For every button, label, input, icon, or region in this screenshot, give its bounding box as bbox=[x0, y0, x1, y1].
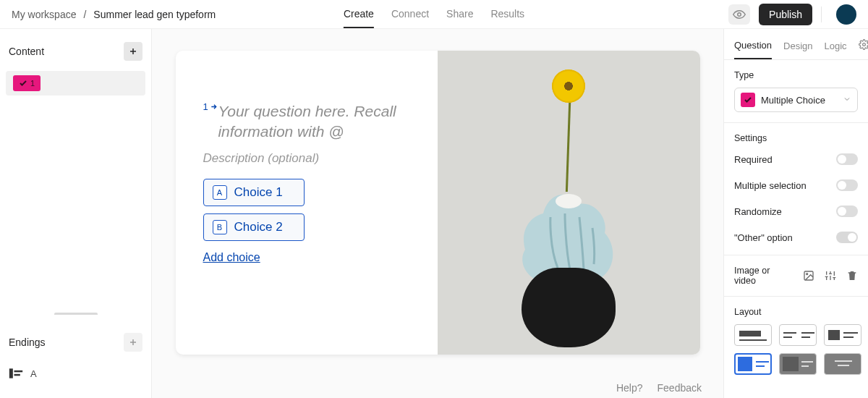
chevron-down-icon bbox=[843, 95, 851, 106]
add-choice-link[interactable]: Add choice bbox=[203, 251, 260, 264]
type-label: Type bbox=[734, 70, 858, 80]
svg-point-5 bbox=[862, 43, 865, 46]
layout-option-5[interactable] bbox=[779, 353, 817, 375]
ending-list-item[interactable]: A bbox=[0, 362, 151, 385]
question-number-indicator: 1 bbox=[203, 101, 218, 112]
tab-connect[interactable]: Connect bbox=[391, 1, 429, 28]
right-tabs: Question Design Logic bbox=[724, 29, 868, 60]
svg-point-4 bbox=[556, 194, 582, 208]
resize-handle[interactable] bbox=[54, 313, 98, 317]
layout-grid bbox=[734, 324, 858, 375]
arrow-right-icon bbox=[210, 103, 218, 111]
gear-icon bbox=[859, 39, 868, 50]
layout-label: Layout bbox=[734, 307, 858, 317]
image-icon[interactable] bbox=[803, 270, 814, 281]
top-tabs: Create Connect Share Results bbox=[344, 1, 524, 28]
toggle-randomize[interactable] bbox=[836, 206, 858, 217]
choice-input-a[interactable]: A Choice 1 bbox=[203, 179, 305, 206]
breadcrumb-project[interactable]: Summer lead gen typeform bbox=[93, 9, 216, 20]
ending-icon bbox=[9, 368, 23, 379]
choice-key: B bbox=[213, 220, 227, 234]
add-ending-button[interactable] bbox=[124, 333, 142, 352]
question-badge: 1 bbox=[13, 75, 41, 91]
toggle-multiple[interactable] bbox=[836, 179, 858, 191]
media-label: Image or video bbox=[734, 266, 793, 286]
layout-option-1[interactable] bbox=[734, 324, 772, 346]
svg-point-7 bbox=[807, 274, 808, 275]
breadcrumb-sep: / bbox=[83, 9, 86, 20]
top-right: Publish bbox=[728, 4, 856, 25]
layout-section: Layout bbox=[724, 297, 868, 385]
layout-option-3[interactable] bbox=[824, 324, 861, 346]
question-media-preview[interactable] bbox=[438, 51, 700, 355]
breadcrumb: My workspace / Summer lead gen typeform bbox=[12, 9, 216, 20]
publish-button[interactable]: Publish bbox=[759, 4, 812, 25]
plus-icon bbox=[129, 338, 137, 347]
add-question-button[interactable] bbox=[124, 42, 142, 61]
tab-design[interactable]: Design bbox=[783, 41, 812, 59]
media-section: Image or video bbox=[724, 255, 868, 297]
media-rock bbox=[522, 268, 616, 347]
avatar[interactable] bbox=[836, 4, 856, 25]
layout-option-4[interactable] bbox=[734, 353, 772, 375]
setting-other-label: "Other" option bbox=[734, 232, 793, 243]
divider bbox=[821, 7, 822, 22]
choice-label: Choice 1 bbox=[234, 185, 283, 200]
layout-option-6[interactable] bbox=[824, 353, 861, 375]
setting-multiple-label: Multiple selection bbox=[734, 180, 807, 191]
trash-icon[interactable] bbox=[846, 270, 858, 281]
content-label: Content bbox=[9, 46, 44, 57]
media-flower-head bbox=[552, 69, 585, 103]
settings-gear-button[interactable] bbox=[859, 39, 868, 59]
endings-label: Endings bbox=[9, 336, 46, 348]
canvas-area: 1 Your question here. Recall information… bbox=[152, 29, 723, 398]
feedback-link[interactable]: Feedback bbox=[658, 382, 702, 394]
choice-key: A bbox=[213, 185, 227, 200]
setting-required: Required bbox=[724, 146, 868, 172]
question-number: 1 bbox=[30, 79, 35, 88]
help-link[interactable]: Help? bbox=[616, 382, 643, 394]
choice-label: Choice 2 bbox=[234, 220, 283, 234]
type-value: Multiple Choice bbox=[761, 95, 825, 106]
settings-section-head: Settings bbox=[724, 123, 868, 146]
tab-question[interactable]: Question bbox=[734, 40, 772, 59]
plus-icon bbox=[129, 47, 137, 56]
question-editor: 1 Your question here. Recall information… bbox=[176, 51, 438, 355]
check-icon bbox=[19, 79, 27, 88]
toggle-other[interactable] bbox=[836, 232, 858, 243]
choice-input-b[interactable]: B Choice 2 bbox=[203, 213, 305, 241]
tab-logic[interactable]: Logic bbox=[825, 41, 847, 59]
question-title-input[interactable]: Your question here. Recall information w… bbox=[218, 101, 417, 143]
svg-rect-2 bbox=[14, 371, 23, 372]
endings-section-head: Endings bbox=[0, 320, 151, 362]
eye-icon bbox=[733, 8, 746, 21]
question-list-item[interactable]: 1 bbox=[6, 71, 145, 96]
right-panel: Question Design Logic Type Multiple Choi… bbox=[723, 29, 868, 398]
svg-rect-3 bbox=[14, 374, 20, 376]
setting-other: "Other" option bbox=[724, 224, 868, 255]
check-icon bbox=[744, 96, 752, 104]
question-canvas: 1 Your question here. Recall information… bbox=[176, 51, 700, 355]
tab-create[interactable]: Create bbox=[344, 1, 374, 28]
type-dropdown[interactable]: Multiple Choice bbox=[734, 88, 858, 112]
setting-randomize: Randomize bbox=[724, 198, 868, 224]
ending-letter: A bbox=[30, 368, 37, 379]
question-description-input[interactable]: Description (optional) bbox=[203, 151, 417, 166]
layout-option-2[interactable] bbox=[779, 324, 817, 346]
toggle-required[interactable] bbox=[836, 153, 858, 165]
setting-randomize-label: Randomize bbox=[734, 206, 782, 217]
setting-required-label: Required bbox=[734, 154, 773, 165]
svg-point-0 bbox=[738, 12, 741, 16]
tab-results[interactable]: Results bbox=[490, 1, 524, 28]
preview-button[interactable] bbox=[728, 4, 750, 25]
sliders-icon[interactable] bbox=[825, 270, 836, 281]
content-section-head: Content bbox=[0, 29, 151, 71]
setting-multiple: Multiple selection bbox=[724, 172, 868, 198]
type-section: Type Multiple Choice bbox=[724, 60, 868, 123]
footer-links: Help? Feedback bbox=[616, 382, 702, 394]
breadcrumb-workspace[interactable]: My workspace bbox=[12, 9, 76, 20]
q-number: 1 bbox=[203, 101, 208, 112]
svg-rect-1 bbox=[9, 368, 13, 378]
tab-share[interactable]: Share bbox=[446, 1, 473, 28]
left-sidebar: Content 1 Endings A bbox=[0, 29, 152, 398]
